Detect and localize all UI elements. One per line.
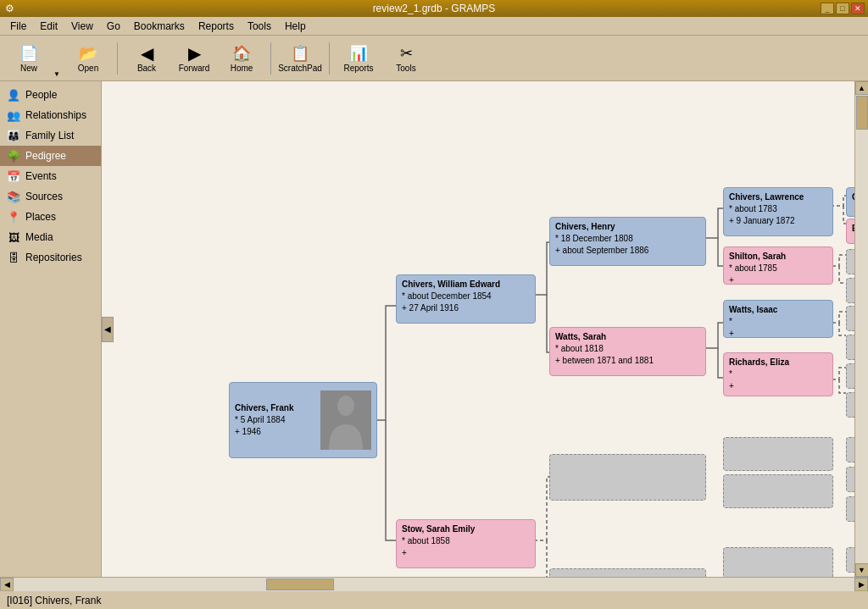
hscroll-track[interactable] [14, 578, 854, 591]
toolbar-separator-3 [329, 42, 330, 75]
reports-button[interactable]: 📊 Reports [337, 39, 381, 78]
node-empty-r5[interactable] [846, 363, 854, 389]
node-chivers-henry[interactable]: Chivers, Henry * 18 December 1808 + abou… [549, 217, 706, 266]
node-gabriel-name: Chivers, Gabriel [852, 191, 854, 203]
back-button[interactable]: ◀ Back [125, 39, 169, 78]
node-empty-fs2[interactable] [846, 467, 854, 492]
node-empty-fs3[interactable] [846, 496, 854, 522]
node-eyles-mary[interactable]: Eyles, Mary [846, 219, 854, 244]
new-label: New [20, 64, 37, 73]
scratchpad-button[interactable]: 📋 ScratchPad [278, 39, 322, 78]
toolbar-separator-2 [270, 42, 271, 75]
node-shilton-death: + [729, 274, 827, 286]
node-shilton-sarah[interactable]: Shilton, Sarah * about 1785 + [723, 246, 833, 285]
scroll-down-button[interactable]: ▼ [855, 563, 869, 577]
node-wattssarah-death: + between 1871 and 1881 [555, 355, 700, 367]
node-stow-birth: * about 1858 [402, 535, 530, 547]
sidebar-item-familylist[interactable]: 👨‍👩‍👧 Family List [0, 125, 101, 146]
menu-help[interactable]: Help [278, 19, 313, 34]
scroll-up-button[interactable]: ▲ [855, 81, 869, 95]
node-empty-s2[interactable] [723, 474, 833, 508]
node-watts-isaac[interactable]: Watts, Isaac * + [723, 300, 833, 338]
new-button[interactable]: 📄 New [7, 39, 51, 78]
node-frank-death: + 1946 [235, 426, 320, 438]
sidebar-relationships-label: Relationships [25, 109, 86, 121]
node-empty-fs1[interactable] [846, 437, 854, 462]
sidebar-item-relationships[interactable]: 👥 Relationships [0, 105, 101, 125]
node-lawrence-name: Chivers, Lawrence [729, 191, 827, 203]
sidebar-item-people[interactable]: 👤 People [0, 85, 101, 105]
menu-view[interactable]: View [64, 19, 100, 34]
new-button-wrap: 📄 New ▼ [7, 39, 63, 78]
node-chivers-gabriel[interactable]: Chivers, Gabriel [846, 187, 854, 217]
sidebar-item-media[interactable]: 🖼 Media [0, 227, 101, 247]
open-icon: 📂 [78, 43, 98, 64]
node-frank-birth: * 5 April 1884 [235, 414, 320, 426]
menu-edit[interactable]: Edit [33, 19, 64, 34]
node-isaac-death: + [729, 328, 827, 340]
pedigree-icon: 🌳 [7, 149, 20, 163]
forward-label: Forward [179, 64, 210, 73]
forward-button[interactable]: ▶ Forward [172, 39, 216, 78]
home-label: Home [231, 64, 253, 73]
node-empty-s1[interactable] [723, 437, 833, 471]
sidebar-item-events[interactable]: 📅 Events [0, 166, 101, 186]
sidebar-repositories-label: Repositories [25, 252, 82, 263]
menu-file[interactable]: File [3, 19, 33, 34]
node-watts-sarah[interactable]: Watts, Sarah * about 1818 + between 1871… [549, 327, 706, 376]
sidebar-item-pedigree[interactable]: 🌳 Pedigree [0, 146, 101, 166]
node-william-name: Chivers, William Edward [402, 279, 530, 291]
node-eliza-name: Richards, Eliza [729, 357, 827, 368]
node-empty-r3[interactable] [846, 306, 854, 331]
sidebar-item-repositories[interactable]: 🗄 Repositories [0, 247, 101, 268]
scroll-track[interactable] [855, 95, 869, 563]
node-empty-r4[interactable] [846, 335, 854, 360]
sidebar-toggle-button[interactable]: ◀ [102, 317, 114, 342]
node-stow-father[interactable] [549, 454, 706, 501]
close-button[interactable]: ✕ [851, 3, 865, 14]
node-stow-sarah[interactable]: Stow, Sarah Emily * about 1858 + [396, 519, 536, 568]
reports-icon: 📊 [348, 43, 369, 64]
minimize-button[interactable]: _ [821, 3, 834, 14]
node-eliza-death: + [729, 380, 827, 392]
pedigree-canvas[interactable]: Chivers, Frank * 5 April 1884 + 1946 ◀ [102, 81, 854, 577]
open-button[interactable]: 📂 Open [66, 39, 110, 78]
node-stow-mother[interactable] [549, 568, 706, 577]
sidebar-pedigree-label: Pedigree [25, 150, 66, 162]
scratchpad-icon: 📋 [290, 43, 310, 64]
events-icon: 📅 [7, 169, 20, 183]
node-empty-r2[interactable] [846, 278, 854, 303]
statusbar-text: [I016] Chivers, Frank [7, 595, 101, 606]
scroll-right-button[interactable]: ▶ [854, 578, 868, 591]
scroll-thumb[interactable] [856, 96, 868, 130]
maximize-button[interactable]: □ [836, 3, 849, 14]
sidebar-sources-label: Sources [25, 191, 63, 202]
node-empty-r1[interactable] [846, 249, 854, 274]
sidebar-item-sources[interactable]: 📚 Sources [0, 186, 101, 207]
node-empty-r6[interactable] [846, 392, 854, 418]
home-button[interactable]: 🏠 Home [220, 39, 264, 78]
new-dropdown-arrow[interactable]: ▼ [51, 39, 63, 78]
node-chivers-lawrence[interactable]: Chivers, Lawrence * about 1783 + 9 Janua… [723, 187, 833, 236]
menu-reports[interactable]: Reports [192, 19, 241, 34]
node-chivers-frank[interactable]: Chivers, Frank * 5 April 1884 + 1946 [229, 382, 377, 458]
node-frank-name: Chivers, Frank [235, 402, 320, 414]
scroll-left-button[interactable]: ◀ [0, 578, 14, 591]
node-chivers-william[interactable]: Chivers, William Edward * about December… [396, 274, 536, 324]
node-henry-birth: * 18 December 1808 [555, 233, 700, 245]
node-empty-s3[interactable] [723, 547, 833, 577]
node-eliza-birth: * [729, 368, 827, 380]
menu-bookmarks[interactable]: Bookmarks [127, 19, 192, 34]
app-icon: ⚙ [5, 3, 14, 14]
node-empty-fs4[interactable] [846, 547, 854, 573]
menu-tools[interactable]: Tools [241, 19, 278, 34]
toolbar: 📄 New ▼ 📂 Open ◀ Back ▶ Forward 🏠 Home 📋… [0, 36, 868, 81]
menu-go[interactable]: Go [100, 19, 127, 34]
tools-button[interactable]: ✂ Tools [384, 39, 428, 78]
node-richards-eliza[interactable]: Richards, Eliza * + [723, 352, 833, 396]
sidebar-item-places[interactable]: 📍 Places [0, 207, 101, 227]
node-wattssarah-name: Watts, Sarah [555, 331, 700, 343]
hscroll-thumb[interactable] [266, 579, 334, 590]
node-henry-name: Chivers, Henry [555, 221, 700, 233]
tools-icon: ✂ [396, 43, 416, 64]
